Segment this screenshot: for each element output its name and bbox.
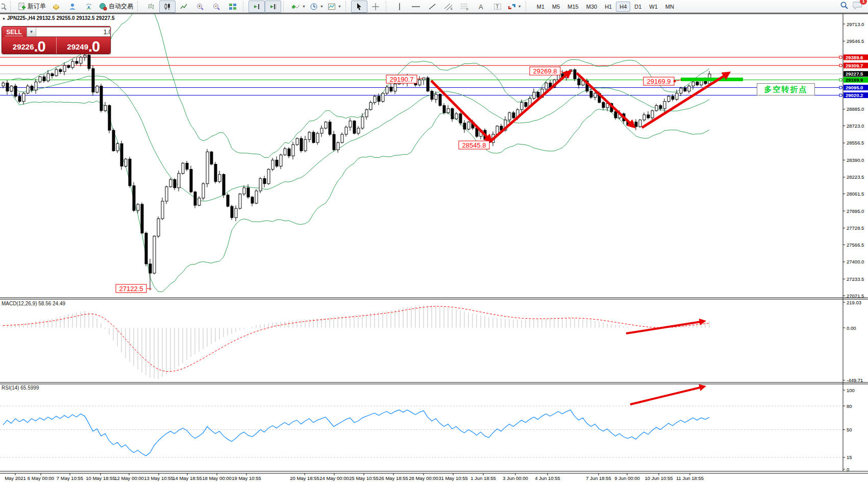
tf-button-H4[interactable]: H4 [616, 2, 630, 12]
hline-handle[interactable] [839, 64, 842, 67]
tile-windows-icon[interactable] [225, 1, 241, 13]
bar-chart-icon[interactable] [143, 1, 159, 13]
price-tick: 28885.0 [847, 106, 864, 112]
price-tick: 28556.5 [847, 140, 864, 146]
svg-text:29169.9: 29169.9 [647, 78, 671, 85]
sell-button[interactable]: SELL [2, 27, 26, 37]
hline-handle[interactable] [839, 94, 842, 97]
cursor-tool-icon[interactable] [351, 1, 367, 13]
macd-axis-tick: 0.00 [847, 325, 856, 331]
periods-icon[interactable]: ▼ [308, 1, 326, 13]
tf-button-M15[interactable]: M15 [564, 2, 582, 12]
price-annotation-27122.5[interactable]: 27122.5 [116, 284, 146, 293]
chart-preview-icon[interactable] [1, 1, 8, 13]
rsi-line [3, 410, 709, 456]
time-tick: 10 May 18:55 [86, 475, 115, 481]
tf-button-D1[interactable]: D1 [631, 2, 645, 12]
macd-axis-tick: -449.71 [847, 377, 863, 383]
templates-icon[interactable]: ▼ [326, 1, 343, 13]
trend-arrow[interactable] [577, 73, 634, 127]
macd-trend-arrow[interactable] [626, 321, 704, 333]
price-annotation-29190.7[interactable]: 29190.7 [386, 75, 417, 83]
svg-text:28545.8: 28545.8 [462, 141, 486, 149]
hline-handle[interactable] [839, 79, 842, 81]
tf-button-M1[interactable]: M1 [533, 2, 548, 12]
price-tag-29020.2: 29020.2 [844, 92, 868, 98]
toolbar-separator [345, 2, 350, 12]
tf-button-M5[interactable]: M5 [549, 2, 563, 12]
time-tick: 28 May 00:00 [409, 475, 438, 481]
vertical-line-tool-icon[interactable] [391, 1, 408, 13]
sell-price-pip: .0 [34, 40, 45, 53]
rsi-trend-arrow[interactable] [630, 387, 704, 404]
time-tick: 31 May 10:55 [438, 475, 468, 481]
buy-price[interactable]: 29249.0 [56, 37, 111, 54]
price-tick: 28723.0 [847, 123, 864, 129]
new-order-button[interactable]: 新订单 [16, 1, 48, 13]
volume-decrease-button[interactable]: ▼ [27, 28, 36, 36]
price-tick: 27233.5 [847, 276, 864, 282]
equidistant-channel-tool-icon[interactable]: E [440, 1, 457, 13]
symbol-title: ▲ JPN225-,H4 29132.5 29255.0 29132.5 292… [2, 15, 114, 21]
signals-icon[interactable] [81, 1, 97, 13]
auto-scroll-icon[interactable] [249, 1, 265, 13]
toolbar: 新订单 自动交易 ▼ ▼ [0, 0, 868, 13]
panel-resize-handle[interactable] [0, 471, 868, 473]
horizontal-line-tool-icon[interactable] [408, 1, 424, 13]
price-tick: 28061.5 [847, 191, 864, 197]
trend-arrow[interactable] [431, 81, 491, 141]
collapse-arrow-icon[interactable]: ▲ [2, 16, 6, 20]
crosshair-tool-icon[interactable] [367, 1, 384, 13]
turning-point-note[interactable]: 多空转折点 [757, 83, 815, 95]
time-tick: 13 May 10:55 [144, 475, 173, 481]
trendline-tool-icon[interactable] [424, 1, 440, 13]
time-tick: 19 May 10:55 [232, 475, 261, 481]
tf-button-H1[interactable]: H1 [601, 2, 615, 12]
zoom-in-icon[interactable] [192, 1, 208, 13]
autotrading-button[interactable]: 自动交易 [97, 1, 135, 13]
svg-text:29020.2: 29020.2 [846, 92, 863, 98]
panel-resize-handle[interactable] [0, 382, 868, 384]
text-label-tool-icon[interactable]: T [489, 1, 506, 13]
rsi-axis-tick: 100 [847, 388, 855, 393]
price-tick: 27400.0 [847, 259, 864, 264]
indicators-icon[interactable]: ▼ [289, 1, 308, 13]
price-annotation-28545.8[interactable]: 28545.8 [459, 141, 489, 149]
panel-resize-handle[interactable] [0, 298, 868, 299]
rsi-axis-tick: 50 [847, 427, 852, 432]
time-tick: 11 Jun 18:55 [676, 475, 704, 481]
chart-shift-icon[interactable] [265, 1, 281, 13]
tf-button-M30[interactable]: M30 [583, 2, 601, 12]
hline-handle[interactable] [839, 56, 842, 59]
chart-canvas[interactable]: 29190.728545.829269.829169.927122.529713… [0, 0, 868, 482]
candlestick-chart-icon[interactable] [159, 1, 176, 13]
svg-text:29169.9: 29169.9 [846, 77, 863, 83]
price-annotation-29169.9[interactable]: 29169.9 [643, 77, 674, 85]
line-chart-icon[interactable] [176, 1, 192, 13]
community-icon[interactable] [64, 1, 81, 13]
sell-price[interactable]: 29226.0 [2, 37, 56, 54]
price-annotation-29269.8[interactable]: 29269.8 [530, 67, 560, 75]
time-tick: 6 May 00:00 [28, 475, 54, 481]
time-tick: 4 Jun 10:55 [535, 475, 560, 481]
bollinger-band [11, 5, 709, 158]
fibonacci-tool-icon[interactable]: F [457, 1, 473, 13]
time-tick: 20 May 18:55 [290, 475, 319, 481]
text-tool-icon[interactable]: A [473, 1, 489, 13]
toolbar-separator [137, 2, 141, 12]
zoom-out-icon[interactable] [208, 1, 225, 13]
tf-button-W1[interactable]: W1 [646, 2, 661, 12]
notification-badge: 1 [860, 0, 867, 5]
search-icon[interactable] [840, 1, 849, 12]
time-tick: 14 May 18:55 [172, 475, 202, 481]
hline-handle[interactable] [839, 86, 842, 89]
highlight-green-bar[interactable] [681, 78, 743, 81]
market-watch-icon[interactable] [48, 1, 64, 13]
trend-arrow[interactable] [491, 71, 570, 141]
arrows-tool-icon[interactable]: ▼ [506, 1, 524, 13]
volume-input[interactable] [36, 28, 111, 36]
rsi-axis-tick: 0 [847, 467, 849, 472]
tf-button-MN[interactable]: MN [662, 2, 678, 12]
time-tick: 26 May 18:55 [379, 475, 408, 481]
notifications-icon[interactable]: 1 [853, 1, 863, 12]
